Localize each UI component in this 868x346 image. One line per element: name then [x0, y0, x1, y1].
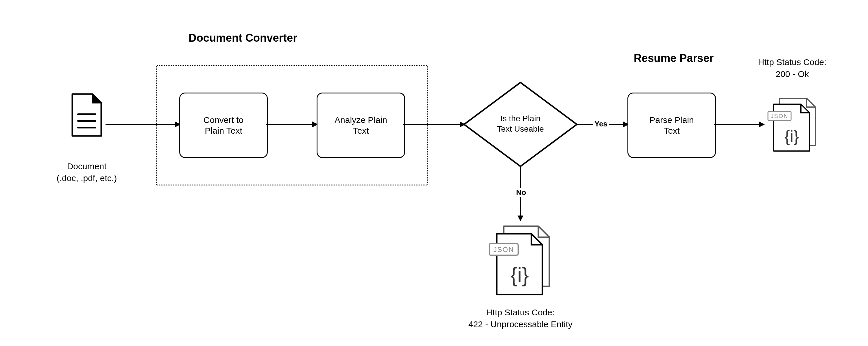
process-convert-to-plain-text: Convert to Plain Text	[179, 93, 268, 158]
svg-marker-18	[518, 215, 523, 221]
output-ok-line2: 200 - Ok	[740, 68, 844, 80]
group-title-resume-parser: Resume Parser	[616, 52, 732, 64]
process-analyze-plain-text: Analyze Plain Text	[317, 93, 405, 158]
process-analyze-label: Analyze Plain Text	[335, 115, 387, 136]
arrow-parse-to-ok	[714, 120, 765, 129]
process-parse-plain-text: Parse Plain Text	[627, 93, 716, 158]
output-ok-line1: Http Status Code:	[740, 56, 844, 68]
diagram-canvas: Document Converter Resume Parser Documen…	[0, 0, 868, 346]
output-fail-caption: Http Status Code: 422 - Unprocessable En…	[447, 307, 594, 330]
edge-label-yes: Yes	[593, 119, 609, 128]
output-fail-line2: 422 - Unprocessable Entity	[447, 319, 594, 330]
edge-label-no: No	[515, 188, 527, 197]
document-file-icon	[69, 93, 104, 137]
process-parse-label: Parse Plain Text	[649, 115, 694, 136]
output-ok-caption: Http Status Code: 200 - Ok	[740, 56, 844, 80]
json-file-icon-fail: JSON {i}	[486, 223, 555, 298]
input-document-caption-line1: Document	[38, 161, 136, 172]
svg-text:JSON: JSON	[771, 113, 788, 119]
input-document-caption: Document (.doc, .pdf, etc.)	[38, 161, 136, 184]
svg-text:JSON: JSON	[493, 246, 514, 253]
svg-text:{i}: {i}	[510, 263, 529, 286]
process-convert-label: Convert to Plain Text	[204, 115, 244, 136]
decision-label: Is the Plain Text Useable	[477, 113, 564, 135]
svg-text:{i}: {i}	[784, 127, 799, 145]
json-file-icon-ok: JSON {i}	[766, 95, 820, 153]
arrow-convert-to-analyze	[266, 120, 318, 129]
svg-marker-13	[759, 121, 765, 127]
arrow-document-to-convert	[105, 120, 181, 129]
input-document-caption-line2: (.doc, .pdf, etc.)	[38, 172, 136, 184]
arrow-analyze-to-decision	[403, 120, 466, 129]
output-fail-line1: Http Status Code:	[447, 307, 594, 319]
group-title-document-converter: Document Converter	[162, 32, 324, 44]
